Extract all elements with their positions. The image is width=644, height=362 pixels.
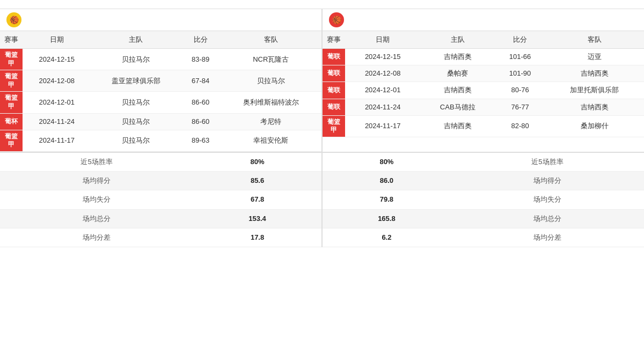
away-cell: 加里托斯俱乐部	[545, 82, 644, 99]
table-row: 葡篮甲2024-11-17贝拉马尔89-63幸祖安伦斯	[0, 130, 321, 151]
stat-value: 80%	[323, 153, 451, 172]
date-cell: 2024-11-17	[345, 115, 420, 137]
home-cell: 桑帕赛	[420, 65, 495, 82]
right-table: 赛事日期主队比分客队 葡联2024-12-15吉纳西奥101-66迈亚葡联202…	[323, 31, 644, 152]
away-cell: NCR瓦隆古	[220, 49, 321, 70]
date-cell: 2024-12-15	[23, 49, 91, 70]
stat-label: 场均总分	[0, 209, 193, 228]
date-cell: 2024-12-01	[23, 92, 91, 113]
score-cell: 83-89	[181, 49, 221, 70]
stat-value: 80%	[193, 153, 321, 172]
stat-value: 67.8	[193, 190, 321, 209]
column-header: 主队	[420, 31, 495, 49]
header	[0, 0, 644, 9]
away-cell: 贝拉马尔	[220, 70, 321, 92]
score-cell: 80-76	[495, 82, 545, 99]
date-cell: 2024-12-01	[345, 82, 420, 99]
stat-label: 场均得分	[451, 172, 644, 190]
table-row: 葡杯2024-11-24贝拉马尔86-60考尼特	[0, 113, 321, 130]
column-header: 比分	[181, 31, 221, 49]
league-cell: 葡篮甲	[0, 49, 23, 70]
home-cell: 吉纳西奥	[420, 115, 495, 137]
left-team-icon: 🏀	[6, 12, 21, 27]
date-cell: 2024-11-24	[23, 113, 91, 130]
league-cell: 葡篮甲	[0, 130, 23, 151]
away-cell: 吉纳西奥	[545, 65, 644, 82]
stat-value: 17.8	[193, 228, 321, 247]
stat-label: 场均失分	[0, 190, 193, 209]
stat-value: 85.6	[193, 172, 321, 190]
home-cell: 贝拉马尔	[91, 130, 181, 151]
stat-label: 近5场胜率	[451, 153, 644, 172]
right-team-icon: 🏀	[329, 12, 344, 27]
stat-value: 165.8	[323, 209, 451, 228]
stat-row: 场均失分67.8	[0, 190, 321, 209]
stat-row: 80%近5场胜率	[323, 153, 644, 172]
score-cell: 101-66	[495, 49, 545, 65]
left-table: 赛事日期主队比分客队 葡篮甲2024-12-15贝拉马尔83-89NCR瓦隆古葡…	[0, 31, 323, 152]
stat-value: 79.8	[323, 190, 451, 209]
score-cell: 76-77	[495, 99, 545, 115]
home-cell: 贝拉马尔	[91, 92, 181, 113]
league-cell: 葡联	[323, 99, 345, 115]
home-cell: 吉纳西奥	[420, 49, 495, 65]
away-cell: 奥利维斯福特波尔	[220, 92, 321, 113]
table-row: 葡联2024-12-15吉纳西奥101-66迈亚	[323, 49, 644, 65]
right-stats: 80%近5场胜率86.0场均得分79.8场均失分165.8场均总分6.2场均分差	[323, 153, 644, 247]
column-header: 比分	[495, 31, 545, 49]
home-cell: CAB马德拉	[420, 99, 495, 115]
home-cell: 盖亚篮球俱乐部	[91, 70, 181, 92]
stat-row: 86.0场均得分	[323, 172, 644, 190]
team-headers: 🏀 🏀	[0, 9, 644, 31]
stat-label: 场均得分	[0, 172, 193, 190]
left-stats: 近5场胜率80%场均得分85.6场均失分67.8场均总分153.4场均分差17.…	[0, 153, 323, 247]
table-row: 葡联2024-12-08桑帕赛101-90吉纳西奥	[323, 65, 644, 82]
away-cell: 桑加柳什	[545, 115, 644, 137]
date-cell: 2024-12-15	[345, 49, 420, 65]
stat-row: 6.2场均分差	[323, 228, 644, 247]
table-row: 葡联2024-11-24CAB马德拉76-77吉纳西奥	[323, 99, 644, 115]
table-row: 葡篮甲2024-12-15贝拉马尔83-89NCR瓦隆古	[0, 49, 321, 70]
left-team-header: 🏀	[0, 9, 323, 31]
stat-value: 6.2	[323, 228, 451, 247]
column-header: 赛事	[323, 31, 345, 49]
score-cell: 101-90	[495, 65, 545, 82]
column-header: 日期	[23, 31, 91, 49]
date-cell: 2024-12-08	[345, 65, 420, 82]
away-cell: 幸祖安伦斯	[220, 130, 321, 151]
column-header: 客队	[545, 31, 644, 49]
right-team-header: 🏀	[323, 9, 644, 31]
stat-label: 场均总分	[451, 209, 644, 228]
table-row: 葡篮甲2024-12-08盖亚篮球俱乐部67-84贝拉马尔	[0, 70, 321, 92]
home-cell: 吉纳西奥	[420, 82, 495, 99]
home-cell: 贝拉马尔	[91, 49, 181, 70]
away-cell: 吉纳西奥	[545, 99, 644, 115]
main-content: 赛事日期主队比分客队 葡篮甲2024-12-15贝拉马尔83-89NCR瓦隆古葡…	[0, 31, 644, 152]
away-cell: 考尼特	[220, 113, 321, 130]
league-cell: 葡篮甲	[0, 92, 23, 113]
stat-row: 场均总分153.4	[0, 209, 321, 228]
column-header: 赛事	[0, 31, 23, 49]
score-cell: 67-84	[181, 70, 221, 92]
table-row: 葡篮甲2024-12-01贝拉马尔86-60奥利维斯福特波尔	[0, 92, 321, 113]
league-cell: 葡联	[323, 65, 345, 82]
score-cell: 82-80	[495, 115, 545, 137]
score-cell: 86-60	[181, 113, 221, 130]
league-cell: 葡联	[323, 49, 345, 65]
stat-label: 近5场胜率	[0, 153, 193, 172]
stat-value: 86.0	[323, 172, 451, 190]
stats-section: 近5场胜率80%场均得分85.6场均失分67.8场均总分153.4场均分差17.…	[0, 152, 644, 247]
stat-label: 场均分差	[0, 228, 193, 247]
away-cell: 迈亚	[545, 49, 644, 65]
stat-row: 165.8场均总分	[323, 209, 644, 228]
date-cell: 2024-12-08	[23, 70, 91, 92]
column-header: 日期	[345, 31, 420, 49]
stat-row: 79.8场均失分	[323, 190, 644, 209]
league-cell: 葡篮甲	[323, 115, 345, 137]
table-row: 葡篮甲2024-11-17吉纳西奥82-80桑加柳什	[323, 115, 644, 137]
stat-value: 153.4	[193, 209, 321, 228]
stat-row: 场均分差17.8	[0, 228, 321, 247]
date-cell: 2024-11-24	[345, 99, 420, 115]
stat-label: 场均失分	[451, 190, 644, 209]
stat-row: 场均得分85.6	[0, 172, 321, 190]
